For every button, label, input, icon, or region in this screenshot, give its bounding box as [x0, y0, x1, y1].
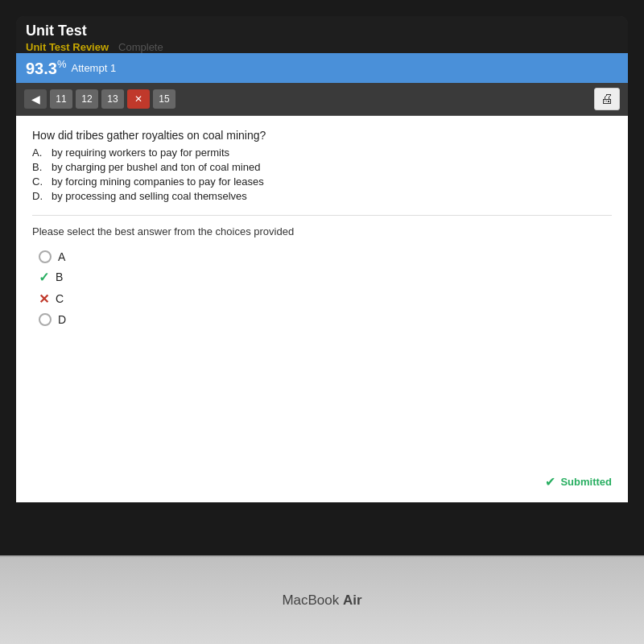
- option-b-indicator: ✓: [39, 270, 49, 285]
- instruction-text: Please select the best answer from the c…: [32, 225, 612, 237]
- screen-container: Unit Test Unit Test Review Complete 93.3…: [16, 16, 628, 502]
- divider: [32, 215, 612, 216]
- page-11-button[interactable]: 11: [50, 89, 72, 109]
- choice-a: A. by requiring workers to pay for permi…: [32, 147, 612, 159]
- page-title: Unit Test: [26, 23, 618, 39]
- answer-choices: A. by requiring workers to pay for permi…: [32, 147, 612, 202]
- content-area: How did tribes gather royalties on coal …: [16, 116, 628, 502]
- subtitle-link[interactable]: Unit Test Review: [26, 41, 109, 53]
- submitted-checkmark-icon: ✔: [545, 474, 555, 489]
- macbook-label: MacBook Air: [282, 592, 361, 609]
- option-a[interactable]: A: [39, 250, 612, 263]
- option-b-label: B: [56, 270, 63, 283]
- nav-bar: ◀ 11 12 13 ✕ 15 🖨: [16, 83, 628, 116]
- page-12-button[interactable]: 12: [76, 89, 98, 109]
- score-bar: 93.3% Attempt 1: [16, 53, 628, 83]
- option-c-indicator: ✕: [39, 291, 49, 307]
- option-d-indicator: [39, 313, 52, 326]
- choice-c: C. by forcing mining companies to pay fo…: [32, 175, 612, 188]
- option-c[interactable]: ✕ C: [39, 291, 612, 307]
- submitted-row: ✔ Submitted: [545, 474, 612, 489]
- submitted-label: Submitted: [560, 476, 612, 488]
- page-15-button[interactable]: 15: [153, 89, 175, 109]
- choice-b: B. by charging per bushel and ton of coa…: [32, 161, 612, 173]
- question-text: How did tribes gather royalties on coal …: [32, 129, 612, 142]
- choice-d: D. by processing and selling coal themse…: [32, 190, 612, 202]
- prev-button[interactable]: ◀: [24, 89, 47, 109]
- page-13-button[interactable]: 13: [101, 89, 124, 109]
- macbook-bar: MacBook Air: [0, 555, 644, 644]
- header: Unit Test Unit Test Review Complete: [16, 16, 628, 53]
- print-icon: 🖨: [601, 92, 613, 106]
- subtitle-row: Unit Test Review Complete: [26, 41, 618, 53]
- option-c-label: C: [56, 292, 64, 305]
- option-a-label: A: [58, 250, 65, 263]
- outer-wrapper: Unit Test Unit Test Review Complete 93.3…: [0, 0, 644, 644]
- print-button[interactable]: 🖨: [594, 88, 620, 110]
- attempt-label: Attempt 1: [72, 62, 117, 74]
- page-wrong-button[interactable]: ✕: [127, 89, 150, 109]
- status-badge: Complete: [118, 41, 163, 53]
- score-value: 93.3%: [26, 58, 67, 78]
- option-d-label: D: [58, 313, 66, 326]
- option-d[interactable]: D: [39, 313, 612, 326]
- option-b[interactable]: ✓ B: [39, 270, 612, 285]
- option-a-indicator: [39, 250, 52, 263]
- radio-options: A ✓ B ✕ C D: [39, 250, 612, 326]
